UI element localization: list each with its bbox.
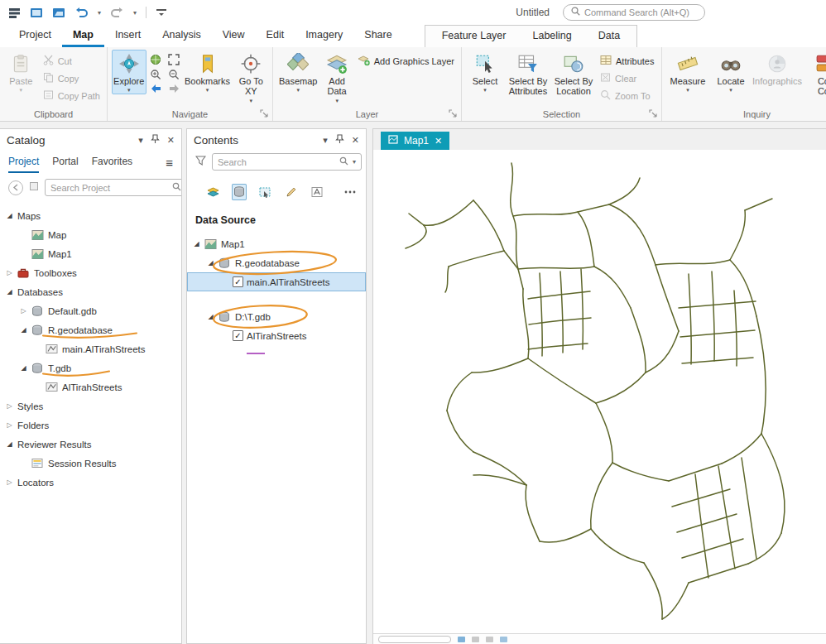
chevron-right-icon[interactable]: ▷ [5, 269, 14, 276]
chevron-down-icon[interactable]: ◢ [206, 259, 215, 267]
catalog-item-r-geodatabase[interactable]: ◢R.geodatabase [0, 320, 181, 339]
select-by-attributes-button[interactable]: Select By Attributes [507, 50, 550, 99]
command-search[interactable] [563, 4, 705, 21]
close-icon[interactable]: ✕ [167, 136, 175, 145]
chevron-down-icon[interactable]: ◢ [19, 364, 28, 372]
tab-view[interactable]: View [212, 25, 256, 47]
paste-button[interactable]: Paste ▾ [4, 50, 38, 94]
contents-search-input[interactable] [218, 157, 335, 167]
catalog-search-input[interactable] [50, 183, 168, 193]
dialog-launcher-icon[interactable] [260, 109, 269, 118]
tab-analysis[interactable]: Analysis [151, 25, 212, 47]
close-icon[interactable]: ✕ [435, 136, 442, 147]
new-project-icon[interactable] [30, 7, 43, 19]
full-extent-icon[interactable] [149, 54, 163, 65]
select-button[interactable]: Select ▾ [466, 50, 504, 94]
undo-icon[interactable] [74, 7, 89, 18]
contents-search-box[interactable]: ▾ [212, 153, 362, 171]
statusbar-icon[interactable] [458, 637, 465, 642]
chevron-right-icon[interactable]: ▷ [5, 421, 14, 429]
attributes-button[interactable]: Attributes [598, 54, 656, 68]
map-canvas[interactable] [373, 150, 826, 633]
copy-path-button[interactable]: Copy Path [41, 89, 103, 103]
layer-symbol-swatch[interactable] [187, 345, 366, 361]
catalog-item-reviewer-results[interactable]: ◢Reviewer Results [0, 435, 181, 454]
layer-visibility-checkbox[interactable]: ✓ [233, 276, 243, 287]
contents-item-r-geodatabase[interactable]: ◢R.geodatabase [187, 253, 366, 272]
undo-dropdown-icon[interactable]: ▾ [98, 9, 101, 17]
cut-button[interactable]: Cut [41, 54, 103, 68]
chevron-down-icon[interactable]: ◢ [206, 313, 215, 320]
tab-imagery[interactable]: Imagery [295, 25, 353, 47]
add-graphics-layer-button[interactable]: Add Graphics Layer [355, 54, 457, 69]
contents-item-map1[interactable]: ◢Map1 [187, 234, 366, 253]
tab-project[interactable]: Project [8, 25, 62, 47]
chevron-right-icon[interactable]: ▷ [5, 478, 14, 486]
tab-labeling[interactable]: Labeling [519, 26, 584, 47]
catalog-item-altirahstreets[interactable]: AlTirahStreets [0, 377, 181, 396]
catalog-search-box[interactable]: ▾ [45, 179, 182, 196]
catalog-tab-project[interactable]: Project [8, 151, 39, 173]
zoom-to-button[interactable]: Zoom To [598, 89, 656, 103]
fixed-zoom-in-icon[interactable] [149, 69, 163, 80]
catalog-item-databases[interactable]: ◢Databases [0, 282, 181, 301]
list-by-selection-icon[interactable] [257, 184, 273, 200]
pin-icon[interactable] [151, 134, 160, 147]
statusbar-icon[interactable] [486, 637, 493, 642]
catalog-item-maps[interactable]: ◢Maps [0, 206, 181, 225]
chevron-down-icon[interactable]: ◢ [5, 212, 14, 219]
navigate-back-icon[interactable] [8, 180, 23, 195]
catalog-item-folders[interactable]: ▷Folders [0, 416, 181, 435]
catalog-tab-favorites[interactable]: Favorites [92, 151, 132, 173]
chevron-down-icon[interactable]: ◢ [19, 326, 28, 334]
contents-item-main-altirahstreets[interactable]: ✓main.AlTirahStreets [187, 272, 366, 291]
tab-data[interactable]: Data [585, 26, 633, 47]
open-project-icon[interactable] [52, 7, 65, 19]
catalog-item-map[interactable]: Map [0, 225, 181, 244]
layer-visibility-checkbox[interactable]: ✓ [233, 330, 243, 341]
fixed-zoom-out-icon[interactable] [167, 69, 181, 80]
infographics-button[interactable]: Infographics [752, 50, 802, 88]
locate-button[interactable]: Locate ▾ [712, 50, 750, 94]
catalog-item-map1[interactable]: Map1 [0, 244, 181, 263]
location-icon[interactable] [29, 181, 39, 194]
chevron-down-icon[interactable]: ▾ [323, 136, 328, 145]
catalog-item-t-gdb[interactable]: ◢T.gdb [0, 358, 181, 377]
dialog-launcher-icon[interactable] [449, 109, 458, 118]
menu-icon[interactable]: ≡ [166, 151, 173, 173]
basemap-button[interactable]: Basemap ▾ [277, 50, 319, 94]
statusbar-icon[interactable] [500, 637, 507, 642]
catalog-item-session-results[interactable]: Session Results [0, 454, 181, 473]
go-to-xy-button[interactable]: Go To XY ▾ [234, 50, 269, 105]
chevron-right-icon[interactable]: ▷ [5, 402, 14, 410]
fixed-extent-icon[interactable] [167, 54, 181, 65]
list-by-editing-icon[interactable] [284, 184, 300, 200]
tab-edit[interactable]: Edit [256, 25, 295, 47]
map-scale-input[interactable] [378, 636, 451, 643]
coordinate-conversion-button[interactable]: Coo Con [804, 50, 826, 99]
menu-icon[interactable] [8, 7, 21, 19]
chevron-down-icon[interactable]: ◢ [192, 240, 201, 248]
command-search-input[interactable] [584, 7, 697, 17]
close-icon[interactable]: ✕ [352, 136, 359, 145]
filter-icon[interactable] [195, 156, 206, 168]
chevron-down-icon[interactable]: ◢ [5, 440, 14, 448]
list-by-drawing-order-icon[interactable] [205, 184, 221, 200]
catalog-tab-portal[interactable]: Portal [52, 151, 78, 173]
next-extent-icon[interactable] [167, 84, 181, 94]
tab-share[interactable]: Share [353, 25, 402, 47]
redo-icon[interactable] [110, 7, 124, 18]
chevron-down-icon[interactable]: ▾ [353, 158, 356, 166]
select-by-location-button[interactable]: Select By Location [552, 50, 595, 99]
contents-item-d-t-gdb[interactable]: ◢D:\T.gdb [187, 307, 366, 326]
bookmarks-button[interactable]: Bookmarks ▾ [184, 50, 232, 94]
map-tab-map1[interactable]: Map1 ✕ [381, 132, 449, 150]
list-by-labeling-icon[interactable] [310, 184, 325, 200]
copy-button[interactable]: Copy [41, 71, 103, 85]
redo-dropdown-icon[interactable]: ▾ [133, 9, 137, 17]
list-by-data-source-icon[interactable] [232, 184, 247, 200]
add-data-button[interactable]: Add Data ▾ [321, 50, 352, 105]
chevron-right-icon[interactable]: ▷ [19, 307, 28, 315]
contents-item-altirahstreets[interactable]: ✓AlTirahStreets [187, 326, 366, 345]
pin-icon[interactable] [335, 134, 344, 147]
